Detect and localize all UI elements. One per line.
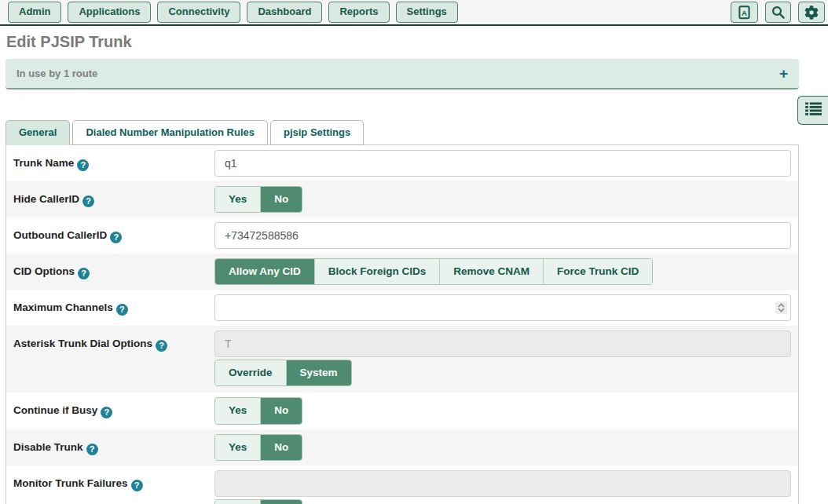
monitor-trunk-failures-label: Monitor Trunk Failures? [13, 470, 214, 491]
row-trunk-name: Trunk Name? [6, 145, 798, 181]
settings-gear-button[interactable] [798, 2, 825, 23]
dial-options-mode-toggle: Override System [214, 360, 352, 386]
language-icon: A [737, 5, 752, 20]
tab-pjsip-settings[interactable]: pjsip Settings [270, 120, 364, 145]
disable-trunk-label: Disable Trunk? [13, 434, 214, 455]
monitor-trunk-failures-yes-button[interactable]: Yes [215, 500, 261, 504]
maximum-channels-input[interactable] [214, 294, 791, 321]
cid-options-label: CID Options? [13, 258, 214, 279]
row-maximum-channels: Maximum Channels? [6, 290, 798, 326]
cid-allow-any-cid-button[interactable]: Allow Any CID [215, 259, 315, 284]
hide-callerid-no-button[interactable]: No [261, 187, 302, 212]
dial-options-system-button[interactable]: System [287, 360, 351, 385]
hide-callerid-label: Hide CallerID? [13, 186, 214, 207]
row-monitor-trunk-failures: Monitor Trunk Failures? Yes No [6, 466, 798, 504]
in-use-text: In use by 1 route [16, 68, 97, 79]
cid-remove-cnam-button[interactable]: Remove CNAM [440, 259, 544, 284]
nav-connectivity[interactable]: Connectivity [157, 2, 240, 22]
general-tab-panel: Trunk Name? Hide CallerID? Yes No Outbou… [5, 144, 799, 504]
continue-if-busy-no-button[interactable]: No [261, 398, 302, 423]
svg-text:A: A [742, 8, 747, 16]
cid-options-segmented: Allow Any CID Block Foreign CIDs Remove … [214, 258, 653, 285]
continue-if-busy-yes-button[interactable]: Yes [215, 398, 261, 423]
row-hide-callerid: Hide CallerID? Yes No [6, 181, 798, 217]
nav-admin[interactable]: Admin [8, 2, 61, 22]
trunk-name-label: Trunk Name? [13, 150, 214, 171]
continue-if-busy-label: Continue if Busy? [13, 397, 214, 418]
maximum-channels-label: Maximum Channels? [13, 294, 214, 316]
row-outbound-callerid: Outbound CallerID? [6, 217, 798, 254]
row-disable-trunk: Disable Trunk? Yes No [6, 429, 798, 466]
hide-callerid-toggle: Yes No [214, 186, 302, 213]
quantity-stepper[interactable] [775, 301, 787, 314]
help-icon[interactable]: ? [78, 268, 90, 279]
cid-block-foreign-cids-button[interactable]: Block Foreign CIDs [315, 259, 441, 284]
list-icon [805, 102, 822, 119]
help-icon[interactable]: ? [101, 407, 112, 418]
language-button[interactable]: A [731, 2, 758, 23]
nav-dashboard[interactable]: Dashboard [247, 2, 322, 22]
row-continue-if-busy: Continue if Busy? Yes No [6, 393, 798, 429]
disable-trunk-toggle: Yes No [214, 434, 302, 461]
disable-trunk-no-button[interactable]: No [261, 435, 302, 460]
trunk-name-input[interactable] [214, 150, 791, 177]
top-nav: Admin Applications Connectivity Dashboar… [0, 0, 828, 26]
help-icon[interactable]: ? [86, 444, 98, 455]
nav-reports[interactable]: Reports [328, 2, 389, 22]
nav-icon-group: A [724, 2, 825, 23]
nav-settings[interactable]: Settings [396, 2, 458, 22]
help-icon[interactable]: ? [116, 304, 128, 316]
monitor-trunk-failures-toggle: Yes No [214, 499, 302, 504]
row-asterisk-trunk-dial-options: Asterisk Trunk Dial Options? Override Sy… [6, 326, 798, 393]
disable-trunk-yes-button[interactable]: Yes [215, 435, 261, 460]
row-cid-options: CID Options? Allow Any CID Block Foreign… [6, 254, 798, 290]
gear-icon [804, 5, 819, 20]
nav-applications[interactable]: Applications [68, 2, 151, 22]
help-icon[interactable]: ? [82, 195, 94, 207]
tab-dialed-number-manipulation-rules[interactable]: Dialed Number Manipulation Rules [72, 120, 268, 145]
tab-general[interactable]: General [5, 120, 70, 145]
help-icon[interactable]: ? [131, 480, 143, 491]
page-title: Edit PJSIP Trunk [6, 31, 828, 52]
expand-plus-icon[interactable]: + [779, 66, 788, 81]
asterisk-trunk-dial-options-input [214, 331, 791, 357]
outbound-callerid-input[interactable] [214, 222, 791, 249]
cid-force-trunk-cid-button[interactable]: Force Trunk CID [544, 259, 652, 284]
trunk-tabs: General Dialed Number Manipulation Rules… [5, 120, 799, 145]
help-icon[interactable]: ? [110, 232, 122, 243]
help-icon[interactable]: ? [156, 340, 167, 352]
search-button[interactable] [765, 2, 791, 23]
dial-options-override-button[interactable]: Override [215, 360, 287, 385]
chevron-down-icon [778, 308, 785, 312]
asterisk-trunk-dial-options-label: Asterisk Trunk Dial Options? [13, 331, 214, 352]
sidebar-list-toggle-button[interactable] [797, 96, 828, 125]
search-icon [771, 5, 785, 19]
hide-callerid-yes-button[interactable]: Yes [215, 187, 261, 212]
outbound-callerid-label: Outbound CallerID? [13, 222, 214, 243]
in-use-panel[interactable]: In use by 1 route + [5, 59, 799, 89]
monitor-trunk-failures-no-button[interactable]: No [261, 500, 302, 504]
monitor-trunk-failures-input [214, 470, 791, 497]
continue-if-busy-toggle: Yes No [214, 397, 302, 424]
help-icon[interactable]: ? [77, 159, 89, 171]
